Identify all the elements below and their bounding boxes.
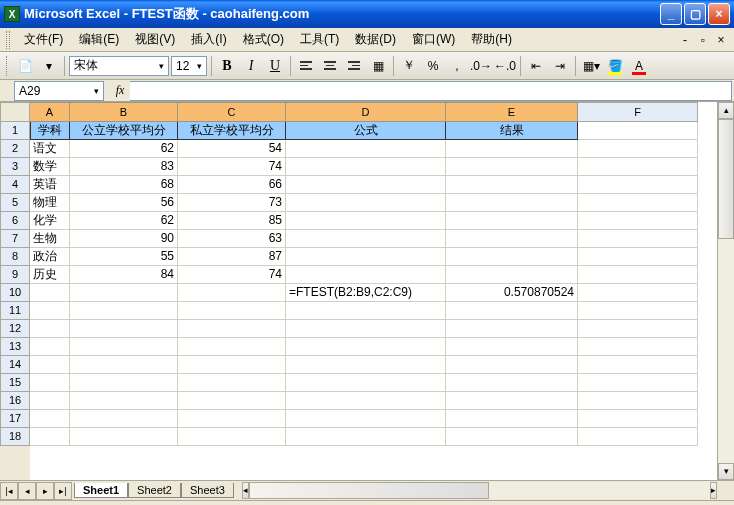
borders-button[interactable]: ▦▾ (580, 55, 602, 77)
cell[interactable]: 物理 (30, 194, 70, 212)
cell[interactable] (286, 428, 446, 446)
cell[interactable] (446, 140, 578, 158)
cell[interactable]: 政治 (30, 248, 70, 266)
increase-indent-button[interactable]: ⇥ (549, 55, 571, 77)
cell[interactable] (286, 356, 446, 374)
cell[interactable] (30, 302, 70, 320)
fill-color-button[interactable]: 🪣 (604, 55, 626, 77)
tab-nav-last-button[interactable]: ▸| (54, 482, 72, 500)
cell[interactable] (70, 338, 178, 356)
toolbar-button[interactable]: 📄 (14, 55, 36, 77)
cell[interactable] (70, 356, 178, 374)
cell[interactable] (286, 320, 446, 338)
cell[interactable] (70, 284, 178, 302)
maximize-button[interactable]: ▢ (684, 3, 706, 25)
cell[interactable] (578, 392, 698, 410)
cell[interactable] (578, 284, 698, 302)
row-header[interactable]: 8 (0, 248, 30, 266)
cell[interactable]: 84 (70, 266, 178, 284)
row-header[interactable]: 14 (0, 356, 30, 374)
font-combo[interactable]: 宋体▾ (69, 56, 169, 76)
grip-icon[interactable] (6, 31, 10, 49)
row-header[interactable]: 12 (0, 320, 30, 338)
merge-button[interactable]: ▦ (367, 55, 389, 77)
font-size-combo[interactable]: 12▾ (171, 56, 207, 76)
percent-button[interactable]: % (422, 55, 444, 77)
cell[interactable] (30, 410, 70, 428)
column-header[interactable]: E (446, 102, 578, 122)
cell[interactable] (578, 212, 698, 230)
cell[interactable]: 87 (178, 248, 286, 266)
cell[interactable] (578, 158, 698, 176)
scroll-track[interactable] (718, 119, 734, 463)
menu-data[interactable]: 数据(D) (347, 29, 404, 50)
cell[interactable] (286, 338, 446, 356)
cell[interactable] (178, 356, 286, 374)
cell[interactable] (578, 410, 698, 428)
row-header[interactable]: 4 (0, 176, 30, 194)
cell[interactable]: =FTEST(B2:B9,C2:C9) (286, 284, 446, 302)
header-cell[interactable]: 公式 (286, 122, 446, 140)
cell[interactable]: 56 (70, 194, 178, 212)
cell[interactable] (578, 266, 698, 284)
cell[interactable] (578, 320, 698, 338)
cell[interactable] (30, 374, 70, 392)
dropdown-icon[interactable]: ▾ (38, 55, 60, 77)
scroll-right-button[interactable]: ▸ (710, 482, 717, 499)
cell[interactable] (178, 410, 286, 428)
cell[interactable] (578, 194, 698, 212)
cell[interactable]: 62 (70, 140, 178, 158)
cell[interactable] (286, 140, 446, 158)
cell[interactable] (578, 122, 698, 140)
cell[interactable] (178, 302, 286, 320)
cell[interactable] (70, 428, 178, 446)
cell[interactable] (446, 194, 578, 212)
cell[interactable] (30, 338, 70, 356)
cell[interactable] (446, 158, 578, 176)
row-header[interactable]: 10 (0, 284, 30, 302)
scroll-track[interactable] (249, 482, 710, 499)
cell[interactable] (578, 356, 698, 374)
row-header[interactable]: 1 (0, 122, 30, 140)
cell[interactable]: 85 (178, 212, 286, 230)
header-cell[interactable]: 学科 (30, 122, 70, 140)
doc-minimize-button[interactable]: - (678, 33, 692, 47)
sheet-tab[interactable]: Sheet1 (74, 483, 128, 498)
cell[interactable] (70, 320, 178, 338)
font-color-button[interactable]: A (628, 55, 650, 77)
cell[interactable] (446, 356, 578, 374)
cell[interactable] (178, 320, 286, 338)
cell[interactable]: 英语 (30, 176, 70, 194)
fx-button[interactable]: fx (110, 83, 130, 98)
cell[interactable] (286, 158, 446, 176)
menu-edit[interactable]: 编辑(E) (71, 29, 127, 50)
row-header[interactable]: 2 (0, 140, 30, 158)
cell[interactable]: 83 (70, 158, 178, 176)
cell[interactable]: 语文 (30, 140, 70, 158)
header-cell[interactable]: 公立学校平均分 (70, 122, 178, 140)
cell[interactable] (446, 230, 578, 248)
cell[interactable] (446, 392, 578, 410)
menu-format[interactable]: 格式(O) (235, 29, 292, 50)
decrease-decimal-button[interactable]: ←.0 (494, 55, 516, 77)
tab-nav-prev-button[interactable]: ◂ (18, 482, 36, 500)
scroll-thumb[interactable] (718, 119, 734, 239)
row-header[interactable]: 16 (0, 392, 30, 410)
cell[interactable] (30, 356, 70, 374)
cell[interactable]: 63 (178, 230, 286, 248)
cell[interactable] (286, 410, 446, 428)
menu-file[interactable]: 文件(F) (16, 29, 71, 50)
decrease-indent-button[interactable]: ⇤ (525, 55, 547, 77)
cell[interactable] (578, 248, 698, 266)
scroll-up-button[interactable]: ▴ (718, 102, 734, 119)
cell[interactable] (70, 392, 178, 410)
align-left-button[interactable] (295, 55, 317, 77)
cell[interactable] (178, 392, 286, 410)
header-cell[interactable]: 结果 (446, 122, 578, 140)
comma-button[interactable]: , (446, 55, 468, 77)
cell[interactable]: 74 (178, 266, 286, 284)
column-header[interactable]: A (30, 102, 70, 122)
cell[interactable] (446, 410, 578, 428)
cell[interactable]: 90 (70, 230, 178, 248)
menu-tools[interactable]: 工具(T) (292, 29, 347, 50)
